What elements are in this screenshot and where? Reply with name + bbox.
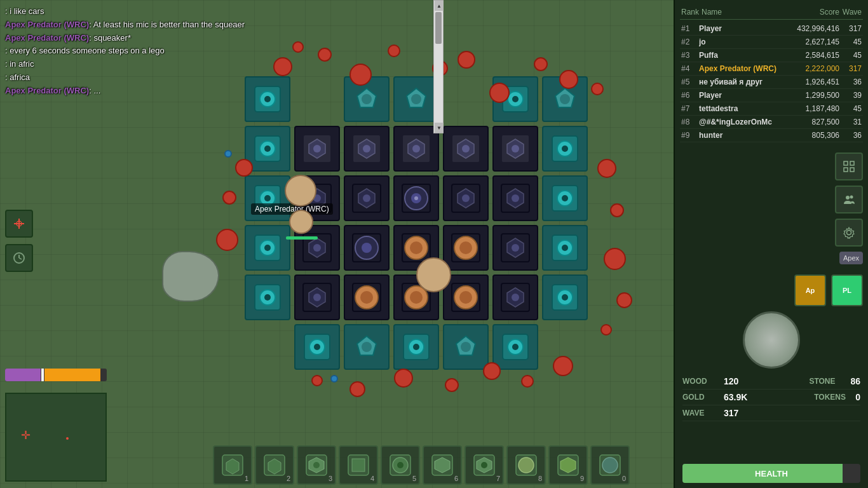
item-slot-9[interactable]: 9 [548,445,588,485]
svg-point-90 [459,291,472,304]
item-slot-1[interactable]: 1 [213,445,252,485]
tokens-value: 0 [855,392,860,402]
enemy-blob [162,251,219,302]
lb-rank: #1 [681,24,699,33]
scrollbar-down[interactable]: ▼ [435,123,444,133]
svg-point-148 [847,231,851,235]
tokens-label: TOKENS [814,393,855,402]
crosshair-icon[interactable] [5,210,33,238]
leaderboard-row: #8 @#&*ingLozerOnMc 827,500 31 [680,116,863,129]
stone-value: 86 [850,376,860,386]
gear-icon[interactable] [835,219,863,247]
tower-cell [492,274,538,320]
item-slot-5[interactable]: 5 [381,445,420,485]
item-slot-0[interactable]: 0 [590,445,630,485]
svg-point-72 [512,244,519,252]
svg-point-75 [264,245,271,251]
player-health-bar [286,236,318,240]
player-character [289,210,313,234]
item-bar: 1234567890 [213,445,630,485]
lb-name: Player [699,91,789,100]
avatar-ap[interactable]: Ap [794,274,826,306]
enemy-red [394,369,413,388]
svg-point-125 [313,462,320,468]
lb-rank: #9 [681,131,699,140]
chat-area: : i like carsApex Predator (WRC): At lea… [0,0,324,103]
tower-cell [492,225,538,271]
svg-point-32 [264,146,271,152]
wave-value: 317 [724,408,738,418]
svg-point-26 [462,145,470,152]
lb-wave: 45 [839,51,862,60]
item-slot-8[interactable]: 8 [506,445,546,485]
svg-point-9 [411,94,421,104]
tower-cell [443,126,489,172]
lb-rank: #6 [681,91,699,100]
lb-name: Apex Predator (WRC) [699,64,789,73]
slot-number: 8 [538,475,542,482]
svg-point-93 [512,294,519,301]
tower-cell [294,274,340,320]
tower-cell [492,126,538,172]
avatar-pl[interactable]: PL [831,274,863,306]
item-slot-7[interactable]: 7 [465,445,504,485]
enemy-red [349,64,372,86]
clock-icon[interactable] [5,244,33,272]
lb-name: не убивай я друг [699,78,789,86]
leaderboard-header: Rank Name Score Wave [680,5,863,20]
enemy-red [597,159,616,178]
lb-wave: 45 [839,37,862,46]
lb-wave: 36 [839,78,862,86]
svg-point-48 [462,194,470,202]
enemy-red [591,83,604,95]
enemy-red [388,44,400,57]
people-icon[interactable] [835,186,863,214]
leaderboard-row: #1 Player 432,996,416 317 [680,22,863,36]
lb-rank: #7 [681,104,699,113]
slot-number: 3 [329,475,332,482]
item-slot-4[interactable]: 4 [339,445,378,485]
enemy-red [553,356,573,376]
svg-rect-143 [850,161,854,165]
enemy-red [610,203,624,217]
leaderboard-row: #6 Player 1,299,500 39 [680,89,863,102]
wave-row: WAVE 317 [682,405,860,421]
svg-point-14 [560,94,570,104]
enemy-blue [330,375,338,383]
svg-point-141 [602,458,618,473]
item-slot-6[interactable]: 6 [423,445,462,485]
xp-purple-fill [5,369,41,381]
svg-point-57 [562,195,568,201]
svg-point-23 [412,145,420,152]
item-slot-2[interactable]: 2 [255,445,294,485]
leaderboard-row: #9 hunter 805,306 36 [680,129,863,142]
scrollbar-up[interactable]: ▲ [435,1,444,11]
mini-map: ✛ [5,393,107,482]
tower-cell [492,324,538,370]
slot-number: 0 [622,475,626,482]
enemy-red [604,248,626,270]
chat-message: : every 6 seconds someone steps on a leg… [5,44,319,58]
chat-scrollbar[interactable]: ▲ ▼ [433,0,444,133]
fullscreen-icon[interactable] [835,152,863,180]
health-label: HEALTH [755,469,788,478]
lb-score: 1,299,500 [789,91,839,100]
enemy-red [458,51,475,69]
item-slot-3[interactable]: 3 [297,445,336,485]
tower-cell [344,175,390,221]
lb-score: 1,187,480 [789,104,839,113]
leaderboard-row: #4 Apex Predator (WRC) 2,222,000 317 [680,62,863,76]
tower-grid [245,76,581,394]
enemy-red [534,57,548,71]
scrollbar-thumb[interactable] [435,12,442,44]
wave-label: WAVE [682,409,724,417]
minimap-crosshair: ✛ [21,428,31,442]
svg-point-135 [481,462,487,468]
lb-rank: #8 [681,118,699,126]
lb-rank: #4 [681,64,699,73]
svg-point-99 [562,294,568,301]
slot-number: 6 [454,475,458,482]
xp-section [0,363,127,386]
enemy-red [216,229,238,251]
wood-row: WOOD 120 STONE 86 [682,374,860,390]
